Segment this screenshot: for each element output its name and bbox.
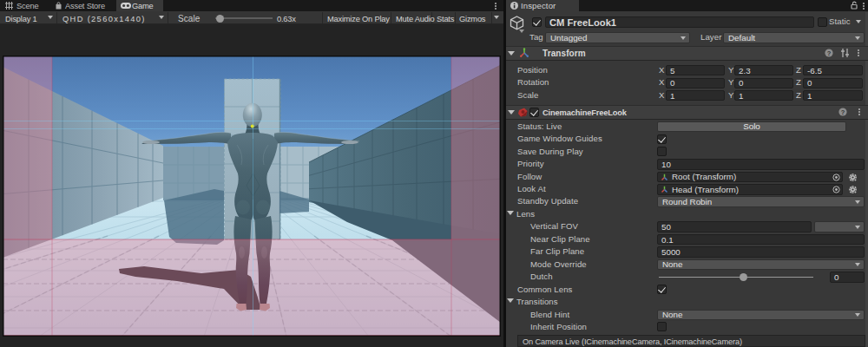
svg-text:?: ? xyxy=(827,49,832,57)
svg-text:?: ? xyxy=(841,108,845,116)
